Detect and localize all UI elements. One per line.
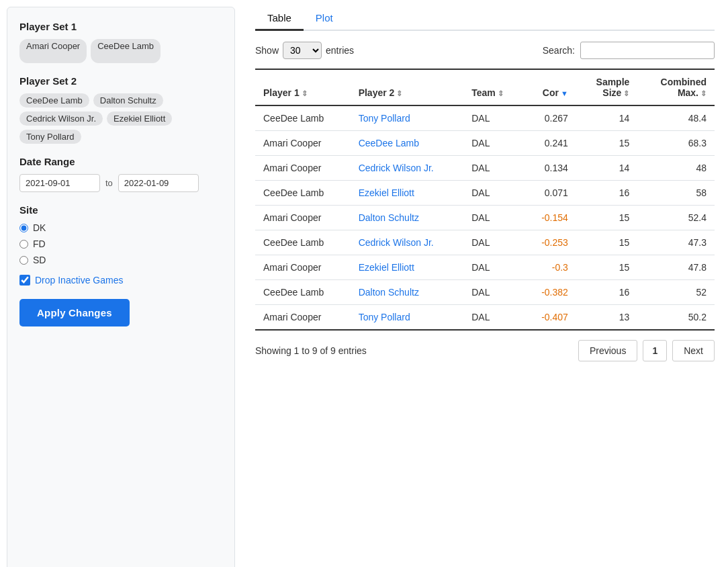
combined-max-cell: 58 bbox=[637, 181, 715, 206]
site-radio-label[interactable]: SD bbox=[19, 255, 222, 265]
player2-cell: Ezekiel Elliott bbox=[351, 255, 464, 280]
tabs: TablePlot bbox=[255, 7, 715, 31]
player1-cell: CeeDee Lamb bbox=[255, 181, 351, 206]
player2-cell: Cedrick Wilson Jr. bbox=[351, 230, 464, 255]
search-box: Search: bbox=[543, 42, 715, 59]
table-row: Amari CooperEzekiel ElliottDAL-0.31547.8 bbox=[255, 255, 715, 280]
next-button[interactable]: Next bbox=[672, 340, 715, 361]
player1-cell: Amari Cooper bbox=[255, 255, 351, 280]
cor-header-text: Cor bbox=[543, 87, 559, 98]
sample-size-cell: 14 bbox=[576, 105, 637, 131]
player2-cell: Dalton Schultz bbox=[351, 280, 464, 305]
date-to-input[interactable] bbox=[118, 174, 199, 192]
team-cell: DAL bbox=[463, 181, 523, 206]
show-label: Show bbox=[255, 45, 279, 56]
player-set-2-tags: CeeDee LambDalton SchultzCedrick Wilson … bbox=[19, 93, 222, 144]
sort-icon-team: ⇕ bbox=[498, 89, 504, 98]
combined-max-cell: 68.3 bbox=[637, 131, 715, 156]
col-header-player2[interactable]: Player 2 ⇕ bbox=[351, 69, 464, 105]
site-radio-text: FD bbox=[33, 238, 46, 249]
drop-inactive-checkbox[interactable] bbox=[19, 275, 30, 286]
col-header-sampleSize[interactable]: SampleSize ⇕ bbox=[576, 69, 637, 105]
team-cell: DAL bbox=[463, 230, 523, 255]
date-range-title: Date Range bbox=[19, 156, 222, 167]
left-panel: Player Set 1 Amari CooperCeeDee Lamb Pla… bbox=[7, 7, 235, 567]
player1-header-text: Player 1 bbox=[263, 87, 300, 98]
date-from-input[interactable] bbox=[19, 174, 100, 192]
pagination-row: Showing 1 to 9 of 9 entries Previous 1 N… bbox=[255, 340, 715, 361]
combined-max-cell: 52 bbox=[637, 280, 715, 305]
player1-cell: CeeDee Lamb bbox=[255, 230, 351, 255]
team-cell: DAL bbox=[463, 156, 523, 181]
player1-cell: Amari Cooper bbox=[255, 131, 351, 156]
col-header-combinedMax[interactable]: CombinedMax. ⇕ bbox=[637, 69, 715, 105]
site-radio-label[interactable]: FD bbox=[19, 238, 222, 249]
sample-size-cell: 16 bbox=[576, 181, 637, 206]
player1-cell: CeeDee Lamb bbox=[255, 280, 351, 305]
player2-cell: Dalton Schultz bbox=[351, 206, 464, 230]
table-row: CeeDee LambDalton SchultzDAL-0.3821652 bbox=[255, 280, 715, 305]
entries-select[interactable]: 10253050100 bbox=[283, 42, 322, 59]
current-page: 1 bbox=[643, 340, 667, 361]
sample-size-cell: 15 bbox=[576, 230, 637, 255]
search-input[interactable] bbox=[580, 42, 715, 59]
date-separator: to bbox=[105, 178, 113, 188]
site-radio-sd[interactable] bbox=[19, 256, 28, 265]
col-header-cor[interactable]: Cor ▼ bbox=[523, 69, 576, 105]
table-row: CeeDee LambTony PollardDAL0.2671448.4 bbox=[255, 105, 715, 131]
tab-table[interactable]: Table bbox=[255, 7, 304, 31]
player-set-2-tag: CeeDee Lamb bbox=[19, 93, 89, 107]
cor-cell: -0.407 bbox=[523, 305, 576, 331]
team-cell: DAL bbox=[463, 105, 523, 131]
player2-cell: Tony Pollard bbox=[351, 305, 464, 331]
sort-icon-player2: ⇕ bbox=[396, 89, 402, 98]
sample-size-cell: 13 bbox=[576, 305, 637, 331]
combined-max-cell: 47.8 bbox=[637, 255, 715, 280]
team-cell: DAL bbox=[463, 305, 523, 331]
cor-cell: -0.382 bbox=[523, 280, 576, 305]
site-radio-text: SD bbox=[33, 255, 46, 265]
showing-text: Showing 1 to 9 of 9 entries bbox=[255, 345, 367, 356]
player1-cell: CeeDee Lamb bbox=[255, 105, 351, 131]
site-radio-dk[interactable] bbox=[19, 224, 28, 232]
table-controls: Show 10253050100 entries Search: bbox=[255, 42, 715, 59]
player2-cell: Cedrick Wilson Jr. bbox=[351, 156, 464, 181]
cor-cell: 0.134 bbox=[523, 156, 576, 181]
player-set-2-tag: Tony Pollard bbox=[19, 130, 81, 144]
apply-changes-button[interactable]: Apply Changes bbox=[19, 299, 130, 326]
col-header-team[interactable]: Team ⇕ bbox=[463, 69, 523, 105]
player-set-1-title: Player Set 1 bbox=[19, 21, 222, 32]
drop-inactive-text: Drop Inactive Games bbox=[35, 275, 124, 286]
data-table: Player 1 ⇕Player 2 ⇕Team ⇕Cor ▼SampleSiz… bbox=[255, 69, 715, 331]
combined-max-cell: 48 bbox=[637, 156, 715, 181]
site-title: Site bbox=[19, 204, 222, 216]
table-row: Amari CooperCeeDee LambDAL0.2411568.3 bbox=[255, 131, 715, 156]
cor-cell: 0.241 bbox=[523, 131, 576, 156]
player-set-1-tag: Amari Cooper bbox=[19, 39, 87, 63]
drop-inactive-label[interactable]: Drop Inactive Games bbox=[19, 275, 222, 286]
table-row: CeeDee LambCedrick Wilson Jr.DAL-0.25315… bbox=[255, 230, 715, 255]
player-set-1-tags: Amari CooperCeeDee Lamb bbox=[19, 39, 222, 63]
sort-icon-player1: ⇕ bbox=[302, 89, 308, 98]
player2-cell: CeeDee Lamb bbox=[351, 131, 464, 156]
cor-cell: 0.267 bbox=[523, 105, 576, 131]
player-set-2-title: Player Set 2 bbox=[19, 75, 222, 87]
tab-plot[interactable]: Plot bbox=[304, 7, 345, 31]
previous-button[interactable]: Previous bbox=[578, 340, 637, 361]
player-set-2-tag: Ezekiel Elliott bbox=[107, 112, 172, 126]
cor-cell: -0.253 bbox=[523, 230, 576, 255]
player-set-1-tag: CeeDee Lamb bbox=[91, 39, 161, 63]
team-cell: DAL bbox=[463, 206, 523, 230]
player2-cell: Ezekiel Elliott bbox=[351, 181, 464, 206]
site-radio-fd[interactable] bbox=[19, 240, 28, 249]
entries-label: entries bbox=[326, 45, 354, 56]
sample-size-cell: 15 bbox=[576, 131, 637, 156]
cor-cell: -0.3 bbox=[523, 255, 576, 280]
sample-size-cell: 15 bbox=[576, 255, 637, 280]
site-radio-label[interactable]: DK bbox=[19, 222, 222, 233]
site-radio-text: DK bbox=[33, 222, 46, 233]
player2-header-text: Player 2 bbox=[359, 87, 395, 98]
col-header-player1[interactable]: Player 1 ⇕ bbox=[255, 69, 351, 105]
combined-max-header-text: CombinedMax. bbox=[661, 77, 707, 98]
player-set-2-tag: Dalton Schultz bbox=[93, 93, 163, 107]
